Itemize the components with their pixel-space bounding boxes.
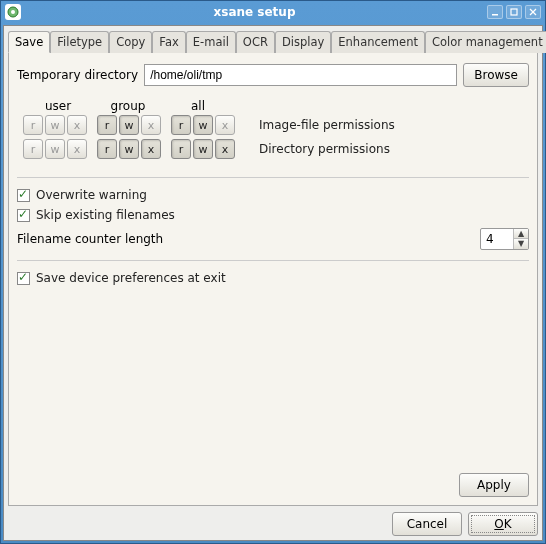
perm-imagefile-user-x[interactable]: x [67, 115, 87, 135]
dialog-buttons: Cancel OK [8, 512, 538, 536]
perm-directory-user-x[interactable]: x [67, 139, 87, 159]
minimize-button[interactable] [487, 5, 503, 19]
perm-directory-group-w[interactable]: w [119, 139, 139, 159]
tab-copy[interactable]: Copy [109, 31, 152, 53]
permissions-table: user group all r w x r w x [23, 99, 525, 163]
perm-header-all: all [163, 99, 233, 113]
client-area: Save Filetype Copy Fax E-mail OCR Displa… [3, 25, 543, 541]
counter-row: Filename counter length 4 ▲ ▼ [17, 228, 529, 250]
perm-imagefile-label: Image-file permissions [259, 118, 395, 132]
tempdir-row: Temporary directory Browse [17, 63, 529, 87]
perm-directory-all-x[interactable]: x [215, 139, 235, 159]
tempdir-input[interactable] [144, 64, 457, 86]
perm-header-group: group [93, 99, 163, 113]
perm-imagefile-user-r[interactable]: r [23, 115, 43, 135]
perm-imagefile-all-x[interactable]: x [215, 115, 235, 135]
divider [17, 260, 529, 261]
tab-fax[interactable]: Fax [152, 31, 185, 53]
close-button[interactable] [525, 5, 541, 19]
perm-directory-label: Directory permissions [259, 142, 390, 156]
apply-button[interactable]: Apply [459, 473, 529, 497]
perm-row-directory: r w x r w x r w x Directory permissions [23, 139, 525, 159]
tab-display[interactable]: Display [275, 31, 331, 53]
apply-row: Apply [17, 473, 529, 497]
perm-directory-all-w[interactable]: w [193, 139, 213, 159]
window-title: xsane setup [25, 5, 484, 19]
perm-row-imagefile: r w x r w x r w x Image-file permission [23, 115, 525, 135]
perm-directory-group-r[interactable]: r [97, 139, 117, 159]
app-icon [5, 4, 21, 20]
svg-point-1 [11, 10, 15, 14]
tab-filetype[interactable]: Filetype [50, 31, 109, 53]
counter-spinner[interactable]: 4 ▲ ▼ [480, 228, 529, 250]
overwrite-checkbox[interactable] [17, 189, 30, 202]
savedev-label: Save device preferences at exit [36, 271, 226, 285]
perm-imagefile-all-w[interactable]: w [193, 115, 213, 135]
perm-imagefile-group-w[interactable]: w [119, 115, 139, 135]
perm-directory-user-w[interactable]: w [45, 139, 65, 159]
overwrite-label: Overwrite warning [36, 188, 147, 202]
overwrite-checkrow[interactable]: Overwrite warning [17, 188, 529, 202]
perm-imagefile-group-x[interactable]: x [141, 115, 161, 135]
skip-checkbox[interactable] [17, 209, 30, 222]
savedev-checkbox[interactable] [17, 272, 30, 285]
titlebar: xsane setup [1, 1, 545, 23]
tempdir-label: Temporary directory [17, 68, 138, 82]
skip-label: Skip existing filenames [36, 208, 175, 222]
perm-directory-all-r[interactable]: r [171, 139, 191, 159]
tab-ocr[interactable]: OCR [236, 31, 275, 53]
perm-imagefile-all-r[interactable]: r [171, 115, 191, 135]
ok-mnemonic: O [494, 517, 503, 531]
tab-colormgmt[interactable]: Color management [425, 31, 546, 53]
window: xsane setup Save Filetype Copy Fax E-mai… [0, 0, 546, 544]
counter-label: Filename counter length [17, 232, 163, 246]
maximize-button[interactable] [506, 5, 522, 19]
ok-button[interactable]: OK [468, 512, 538, 536]
perm-imagefile-user-w[interactable]: w [45, 115, 65, 135]
browse-button[interactable]: Browse [463, 63, 529, 87]
counter-up-button[interactable]: ▲ [514, 229, 528, 239]
tab-enhancement[interactable]: Enhancement [331, 31, 425, 53]
perm-headers: user group all [23, 99, 525, 113]
counter-down-button[interactable]: ▼ [514, 239, 528, 249]
counter-value[interactable]: 4 [481, 229, 513, 249]
perm-directory-user-r[interactable]: r [23, 139, 43, 159]
cancel-button[interactable]: Cancel [392, 512, 462, 536]
svg-rect-2 [492, 14, 498, 16]
skip-checkrow[interactable]: Skip existing filenames [17, 208, 529, 222]
svg-rect-3 [511, 9, 517, 15]
tab-save[interactable]: Save [8, 31, 50, 53]
perm-imagefile-group-r[interactable]: r [97, 115, 117, 135]
savedev-checkrow[interactable]: Save device preferences at exit [17, 271, 529, 285]
tab-email[interactable]: E-mail [186, 31, 236, 53]
perm-directory-group-x[interactable]: x [141, 139, 161, 159]
perm-header-user: user [23, 99, 93, 113]
tabpanel-save: Temporary directory Browse user group al… [8, 52, 538, 506]
divider [17, 177, 529, 178]
tabbar: Save Filetype Copy Fax E-mail OCR Displa… [8, 30, 538, 52]
